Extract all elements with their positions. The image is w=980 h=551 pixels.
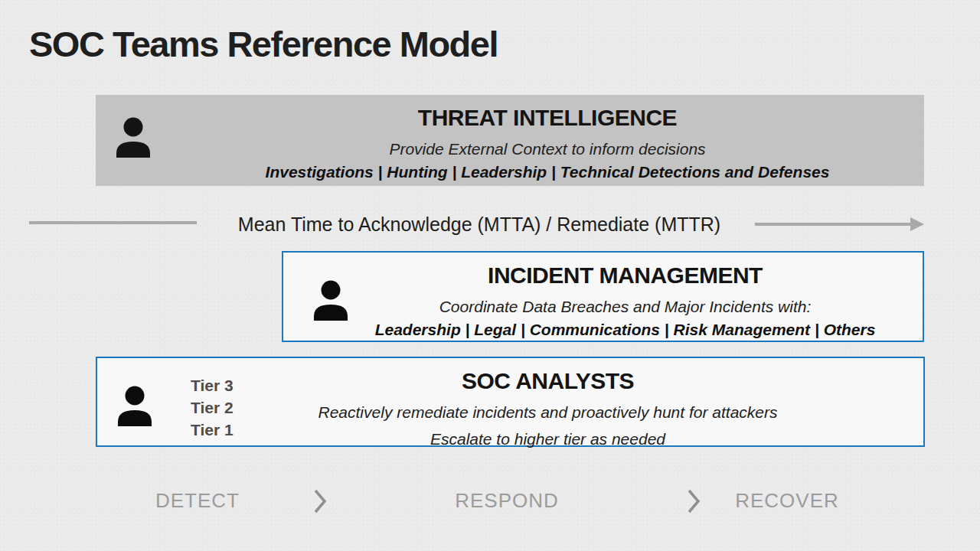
soc-analysts-title: SOC ANALYSTS [462,367,634,395]
process-step-recover: RECOVER [735,489,839,512]
threat-intelligence-detail: Investigations | Hunting | Leadership | … [266,162,830,181]
soc-analysts-subtitle: Reactively remediate incidents and proac… [318,403,778,422]
soc-analysts-box: Tier 3 Tier 2 Tier 1 SOC ANALYSTS Reacti… [96,357,925,447]
chevron-right-icon [686,487,701,518]
soc-analysts-detail: Escalate to higher tier as needed [430,429,665,448]
process-step-respond: RESPOND [455,489,559,512]
incident-management-content: INCIDENT MANAGEMENT Coordinate Data Brea… [283,253,923,341]
incident-management-detail: Leadership | Legal | Communications | Ri… [375,320,876,339]
process-step-detect: DETECT [155,489,240,512]
threat-intelligence-title: THREAT INTELLIGENCE [418,104,677,132]
incident-management-title: INCIDENT MANAGEMENT [488,262,763,289]
slide: SOC Teams Reference Model THREAT INTELLI… [0,0,980,551]
timeline-line-left [29,221,197,224]
threat-intelligence-box: THREAT INTELLIGENCE Provide External Con… [96,95,924,186]
incident-management-subtitle: Coordinate Data Breaches and Major Incid… [439,297,812,316]
chevron-right-icon [312,487,328,518]
soc-analysts-content: SOC ANALYSTS Reactively remediate incide… [97,358,923,445]
page-title: SOC Teams Reference Model [29,23,498,66]
threat-intelligence-subtitle: Provide External Context to inform decis… [389,139,705,158]
timeline-label: Mean Time to Acknowledge (MTTA) / Remedi… [238,213,720,236]
threat-intelligence-content: THREAT INTELLIGENCE Provide External Con… [96,95,924,186]
arrow-right-icon [755,215,925,236]
incident-management-box: INCIDENT MANAGEMENT Coordinate Data Brea… [282,251,924,342]
